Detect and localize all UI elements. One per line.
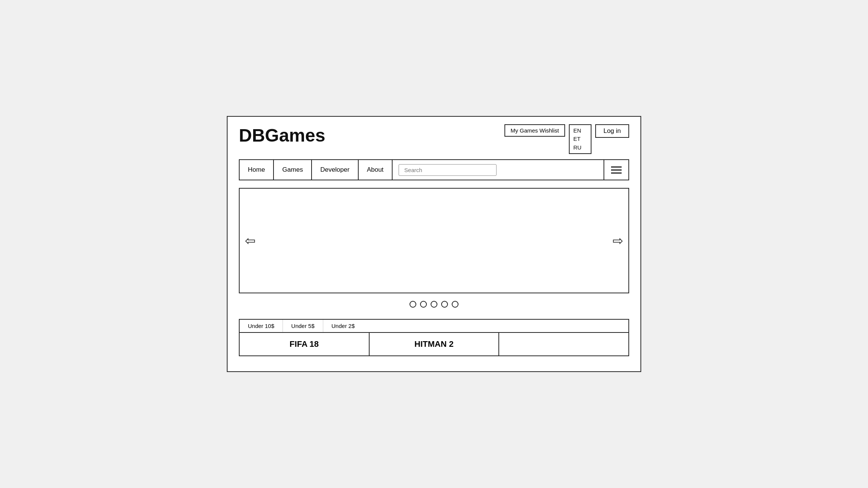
search-container bbox=[393, 164, 604, 176]
carousel-dot-5[interactable] bbox=[452, 301, 458, 308]
price-tab-under10[interactable]: Under 10$ bbox=[240, 320, 283, 332]
game-cell-fifa[interactable]: FIFA 18 bbox=[240, 333, 370, 355]
carousel-dot-3[interactable] bbox=[431, 301, 437, 308]
hamburger-line-3 bbox=[611, 172, 622, 174]
price-tab-under2[interactable]: Under 2$ bbox=[323, 320, 363, 332]
nav-item-about[interactable]: About bbox=[359, 160, 393, 180]
nav-item-developer[interactable]: Developer bbox=[312, 160, 359, 180]
carousel-dots bbox=[239, 298, 629, 311]
search-input[interactable] bbox=[399, 164, 497, 176]
header: DBGames My Games Wishlist EN ET RU Log i… bbox=[239, 124, 629, 154]
price-tabs: Under 10$ Under 5$ Under 2$ bbox=[240, 320, 628, 333]
carousel-prev-button[interactable]: ⇦ bbox=[245, 234, 255, 247]
carousel-dot-1[interactable] bbox=[410, 301, 416, 308]
carousel-next-button[interactable]: ⇨ bbox=[613, 234, 623, 247]
price-table-section: Under 10$ Under 5$ Under 2$ FIFA 18 HITM… bbox=[239, 319, 629, 356]
header-top-row: My Games Wishlist EN ET RU Log in bbox=[504, 124, 629, 154]
language-dropdown[interactable]: EN ET RU bbox=[569, 124, 591, 154]
hamburger-button[interactable] bbox=[604, 160, 628, 180]
nav-item-home[interactable]: Home bbox=[240, 160, 274, 180]
carousel-dot-2[interactable] bbox=[420, 301, 427, 308]
login-button[interactable]: Log in bbox=[595, 124, 629, 138]
wishlist-button[interactable]: My Games Wishlist bbox=[504, 124, 565, 137]
page-wrapper: DBGames My Games Wishlist EN ET RU Log i… bbox=[227, 116, 641, 372]
games-row: FIFA 18 HITMAN 2 bbox=[240, 333, 628, 355]
hamburger-line-1 bbox=[611, 166, 622, 168]
lang-et[interactable]: ET bbox=[573, 135, 587, 143]
carousel-dot-4[interactable] bbox=[441, 301, 448, 308]
navbar: Home Games Developer About bbox=[239, 159, 629, 180]
lang-en[interactable]: EN bbox=[573, 127, 587, 135]
hamburger-line-2 bbox=[611, 169, 622, 171]
header-right: My Games Wishlist EN ET RU Log in bbox=[504, 124, 629, 154]
logo: DBGames bbox=[239, 127, 325, 145]
nav-item-games[interactable]: Games bbox=[274, 160, 312, 180]
hamburger-icon bbox=[611, 166, 622, 174]
price-tab-under5[interactable]: Under 5$ bbox=[283, 320, 323, 332]
carousel: ⇦ ⇨ bbox=[239, 188, 629, 293]
game-cell-hitman[interactable]: HITMAN 2 bbox=[370, 333, 500, 355]
game-cell-empty bbox=[499, 333, 628, 355]
lang-ru[interactable]: RU bbox=[573, 143, 587, 152]
